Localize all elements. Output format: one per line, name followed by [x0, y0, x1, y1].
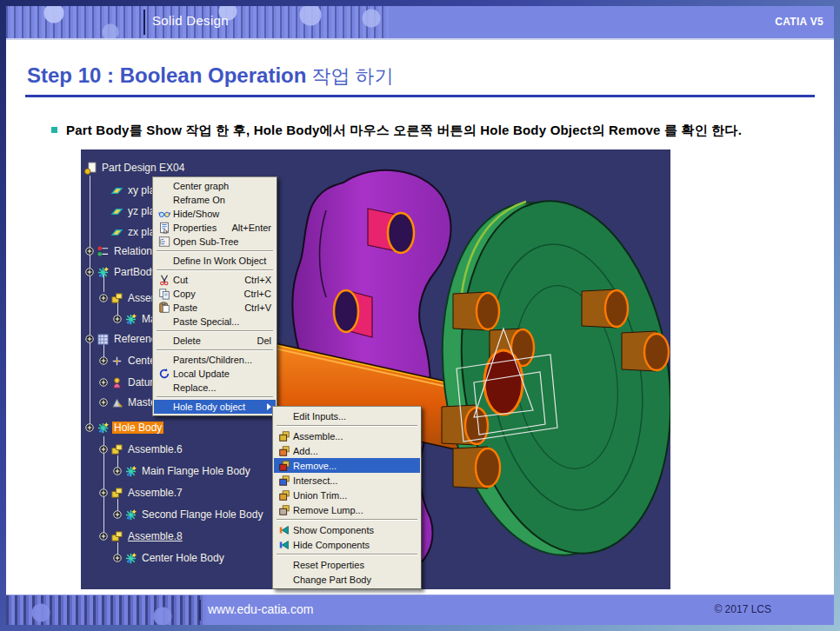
menu-item-hide-show[interactable]: Hide/Show	[154, 207, 276, 221]
footer-copyright: © 2017 LCS	[714, 603, 771, 615]
expand-node-icon[interactable]	[99, 488, 108, 497]
paste-icon	[158, 302, 170, 314]
menu-item-hole-body-object[interactable]: Hole Body object	[154, 400, 276, 414]
tree-item-assemble-8[interactable]: Assemble.8	[99, 528, 184, 544]
axis-icon	[110, 355, 123, 368]
hide-show-glasses-icon	[158, 208, 170, 220]
submenu-item-hide-components[interactable]: Hide Components	[274, 537, 420, 552]
assemble-icon	[110, 292, 123, 305]
tree-item-relations[interactable]: Relations	[85, 243, 159, 259]
submenu-item-intersect[interactable]: Intersect...	[274, 473, 420, 488]
page-title-english: Step 10 : Boolean Operation	[27, 63, 306, 87]
hole-body-object-submenu: Edit Inputs... Assemble... Add... Remove…	[272, 406, 422, 589]
menu-item-local-update[interactable]: Local Update	[154, 367, 276, 381]
submenu-item-assemble[interactable]: Assemble...	[274, 428, 420, 443]
expand-node-icon[interactable]	[99, 398, 108, 407]
menu-item-cut[interactable]: CutCtrl+X	[154, 273, 276, 287]
footer-website-link[interactable]: www.edu-catia.com	[208, 602, 313, 616]
menu-separator	[157, 330, 273, 332]
expand-node-icon[interactable]	[85, 247, 94, 256]
expand-node-icon[interactable]	[85, 423, 94, 432]
bullet-row: Part Body를 Show 작업 한 후, Hole Body에서 마우스 …	[51, 123, 838, 139]
assemble-icon	[110, 487, 123, 500]
menu-item-replace[interactable]: Replace...	[154, 381, 276, 395]
tree-item-assemble-6[interactable]: Assemble.6	[99, 442, 184, 457]
submenu-item-union-trim[interactable]: Union Trim...	[274, 488, 420, 502]
body-icon	[124, 508, 137, 521]
body-icon	[124, 465, 137, 478]
tree-item-assemble-7[interactable]: Assemble.7	[99, 485, 184, 501]
footer-banner: www.edu-catia.com © 2017 LCS	[6, 594, 834, 625]
plane-icon	[110, 226, 123, 239]
expand-node-icon[interactable]	[99, 378, 108, 387]
expand-node-icon[interactable]	[99, 445, 108, 454]
submenu-item-remove-lump[interactable]: Remove Lump...	[274, 502, 420, 517]
submenu-arrow-icon	[267, 403, 271, 410]
update-arrows-icon	[158, 368, 170, 380]
expand-node-icon[interactable]	[113, 467, 122, 475]
page-title: Step 10 : Boolean Operation 작업 하기	[27, 63, 394, 90]
menu-item-paste[interactable]: PasteCtrl+V	[154, 301, 276, 315]
submenu-item-edit-inputs[interactable]: Edit Inputs...	[274, 408, 420, 423]
body-icon	[97, 422, 110, 435]
submenu-item-show-components[interactable]: Show Components	[274, 522, 420, 537]
body-icon	[124, 552, 137, 565]
remove-operation-icon	[278, 460, 290, 472]
menu-item-copy[interactable]: CopyCtrl+C	[154, 287, 276, 301]
show-components-icon	[278, 524, 290, 536]
tree-trunk-line	[90, 176, 90, 429]
expand-node-icon[interactable]	[113, 510, 122, 519]
menu-item-delete[interactable]: DeleteDel	[154, 334, 276, 348]
menu-item-paste-special[interactable]: Paste Special...	[154, 315, 276, 329]
master-icon	[110, 396, 123, 409]
page-title-korean: 작업 하기	[306, 65, 393, 87]
expand-node-icon[interactable]	[85, 335, 94, 343]
menu-separator	[277, 425, 417, 427]
expand-node-icon[interactable]	[85, 268, 94, 276]
expand-node-icon[interactable]	[99, 356, 108, 365]
slide-content: Solid Design CATIA V5 Step 10 : Boolean …	[6, 6, 834, 625]
expand-node-icon[interactable]	[99, 294, 108, 302]
menu-item-define-in-work-object[interactable]: Define In Work Object	[154, 254, 276, 268]
bullet-text: Part Body를 Show 작업 한 후, Hole Body에서 마우스 …	[66, 123, 742, 139]
datum-icon	[110, 376, 123, 389]
assemble-icon	[110, 530, 123, 543]
tree-item-hole-body[interactable]: Hole Body	[85, 420, 163, 435]
scissors-icon	[158, 274, 170, 286]
submenu-item-remove[interactable]: Remove...	[274, 458, 420, 473]
menu-separator	[157, 269, 273, 271]
footer-divider	[199, 600, 201, 621]
union-trim-operation-icon	[278, 489, 290, 501]
expand-node-icon[interactable]	[99, 532, 108, 541]
menu-item-reframe-on[interactable]: Reframe On	[154, 193, 276, 207]
plane-icon	[110, 184, 123, 197]
menu-item-open-sub-tree[interactable]: Open Sub-Tree	[154, 235, 276, 249]
menu-separator	[157, 250, 273, 252]
body-icon	[97, 266, 110, 279]
tree-item-datum[interactable]: Datum	[99, 375, 160, 390]
tree-item-part-design-root[interactable]: Part Design EX04	[84, 160, 186, 176]
menu-separator	[157, 349, 273, 351]
header-banner: Solid Design CATIA V5	[6, 6, 834, 40]
tree-item-center-hole-body[interactable]: Center Hole Body	[113, 550, 226, 566]
submenu-item-reset-properties[interactable]: Reset Properties	[274, 557, 420, 572]
hide-components-icon	[278, 539, 290, 551]
menu-item-parents-children[interactable]: Parents/Children...	[154, 353, 276, 367]
catia-screenshot: Part Design EX04 xy plane yz plane zx pl…	[81, 149, 670, 589]
add-operation-icon	[278, 445, 290, 457]
menu-item-center-graph[interactable]: Center graph	[154, 179, 276, 193]
title-underline	[25, 95, 815, 97]
tree-item-partbody[interactable]: PartBody	[85, 264, 158, 280]
submenu-item-change-part-body[interactable]: Change Part Body	[274, 572, 420, 587]
assemble-operation-icon	[278, 430, 290, 442]
tree-item-main-flange-hole-body[interactable]: Main Flange Hole Body	[113, 463, 252, 479]
menu-item-properties[interactable]: PropertiesAlt+Enter	[154, 221, 276, 235]
submenu-item-add[interactable]: Add...	[274, 443, 420, 458]
body-icon	[124, 313, 137, 326]
plane-icon	[110, 205, 123, 218]
properties-icon	[158, 222, 170, 234]
tree-item-second-flange-hole-body[interactable]: Second Flange Hole Body	[113, 507, 264, 522]
expand-node-icon[interactable]	[113, 315, 122, 323]
expand-node-icon[interactable]	[113, 554, 122, 562]
context-menu: Center graph Reframe On Hide/Show Proper…	[152, 176, 277, 416]
